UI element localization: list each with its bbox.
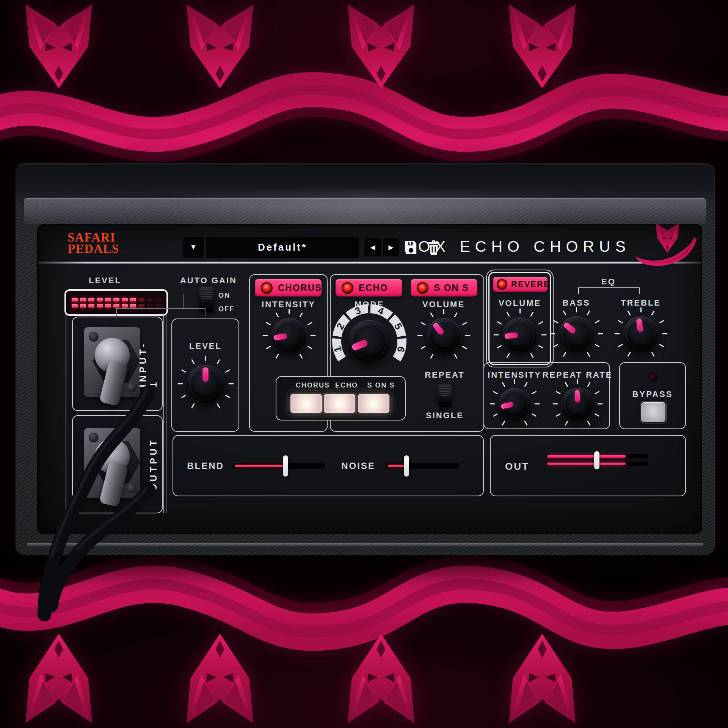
screw [127,383,136,392]
reverb-badge[interactable]: REVERB [493,277,548,292]
noise-slider[interactable] [386,463,459,469]
bass-label: BASS [546,298,607,308]
noise-fill [388,465,405,467]
fox-logo [632,222,701,269]
chorus-badge[interactable]: CHORUS [255,279,322,297]
meter-segment [147,304,153,308]
bypass-led-icon [648,372,657,382]
input-jack-box: INPUT-1 [72,317,163,411]
knob-pointer [505,333,518,339]
voice-buttons-box: CHORUS ECHO S ON S [276,376,406,420]
rail-line [66,314,66,513]
knob-pointer [203,367,209,382]
rail-line [163,314,164,513]
meter-segment [105,304,111,308]
echo-intensity-knob[interactable] [499,388,530,420]
knob-pointer [563,322,577,334]
meter-segment [130,304,136,308]
noise-handle[interactable] [404,455,409,477]
blend-label: BLEND [175,461,236,471]
blend-slider[interactable] [233,463,325,469]
sons-led-icon [417,282,428,294]
knob-pointer [432,322,444,336]
meter-segment [113,298,119,301]
noise-label: NOISE [328,461,389,471]
echo-led-icon [342,282,353,294]
chorus-intensity-knob[interactable] [271,318,306,353]
voice-sons-button[interactable] [357,393,390,414]
screw [89,332,99,342]
voice-chorus-button[interactable] [290,393,323,414]
sons-volume-knob[interactable] [426,318,461,353]
meter-segment [155,304,161,308]
meter-segment [97,298,103,301]
auto-gain-off-label: OFF [218,305,241,313]
knob-pointer [351,339,369,351]
preset-prev-button[interactable]: ◀ [364,238,381,257]
knob-pointer [274,333,288,340]
out-fill-left [547,455,626,458]
reverb-badge-label: REVERB [511,279,551,289]
eq-bracket-tick [639,287,640,294]
bypass-box: BYPASS [619,362,686,429]
echo-badge[interactable]: ECHO [336,279,402,297]
arrow-left-icon: ◀ [370,243,375,251]
input-level-knob[interactable] [187,365,224,403]
bypass-button[interactable] [640,402,666,423]
meter-segment [155,298,161,301]
blend-fill [235,465,284,467]
level-meter-segments [72,298,161,308]
chorus-badge-label: CHORUS [278,282,322,293]
bypass-label: BYPASS [622,389,683,399]
reverb-volume-label: VOLUME [490,298,550,308]
brand-line-2: PEDALS [67,243,143,254]
eq-label: EQ [593,277,624,287]
repeat-single-switch[interactable] [438,384,452,407]
reverb-led-icon [497,279,507,290]
meter-segment [88,298,94,301]
voice-sons-label: S ON S [358,381,404,389]
chorus-intensity-label: INTENSITY [251,300,326,309]
reverb-section-selected: REVERB VOLUME [488,272,551,365]
knob-pointer [636,318,643,333]
preset-display[interactable]: Default* [206,236,359,258]
meter-segment [80,298,86,301]
echo-intensity-label: INTENSITY [484,370,545,380]
sons-volume-label: VOLUME [413,300,474,309]
echo-controls-box: INTENSITY REPEAT RATE [483,362,610,429]
blend-handle[interactable] [283,455,288,477]
chevron-down-icon: ▼ [190,243,197,251]
treble-label: TREBLE [610,298,671,308]
screw [127,483,136,493]
single-label: SINGLE [414,411,475,420]
meter-segment [97,304,103,308]
out-handle[interactable] [594,451,599,469]
meter-segment [105,298,111,301]
preset-dropdown-button[interactable]: ▼ [183,236,204,258]
switch-ribs [440,386,450,396]
meter-segment [113,304,119,308]
repeat-rate-knob[interactable] [562,388,593,420]
rail-line [166,314,166,513]
treble-knob[interactable] [623,316,658,351]
meter-segment [138,298,144,301]
fox-pattern-bottom [0,554,728,728]
connector-line [116,308,117,316]
blend-noise-box: BLEND NOISE [173,435,484,496]
meter-segment [72,304,78,308]
reverb-volume-knob[interactable] [502,317,537,352]
meter-segment [130,298,136,301]
plugin-title: FOX ECHO CHORUS [404,238,631,256]
bass-knob[interactable] [559,316,594,351]
connector-line [183,294,184,308]
sons-badge[interactable]: S ON S [411,279,477,297]
input-level-box: LEVEL [171,318,239,432]
meter-segment [72,298,78,301]
out-fill-right [547,463,626,465]
echo-mode-knob[interactable] [348,320,391,362]
echo-badge-label: ECHO [359,282,388,293]
preset-next-button[interactable]: ▶ [382,238,400,257]
meter-segment [122,298,128,301]
voice-echo-button[interactable] [323,393,356,414]
input-level-label: LEVEL [175,341,236,351]
